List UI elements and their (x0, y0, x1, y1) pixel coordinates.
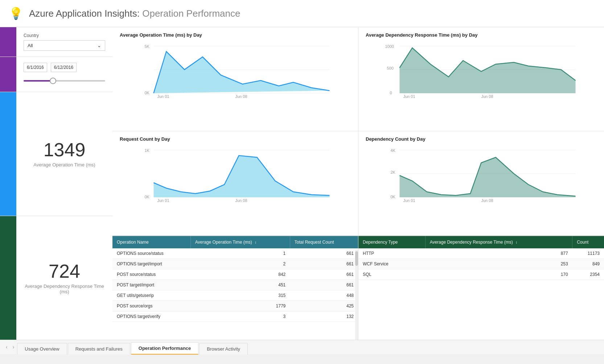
op-count-cell: 425 (290, 301, 358, 311)
svg-text:Jun 08: Jun 08 (235, 94, 247, 99)
chart-request-count: Request Count by Day 1K 0K Jun 01 Jun 08 (112, 131, 358, 235)
svg-text:500: 500 (387, 66, 394, 70)
chart1-title: Average Operation Time (ms) by Day (120, 32, 351, 38)
dep-table-row: SQL 170 2354 (358, 269, 604, 280)
op-name-cell: GET utils/getuserip (112, 290, 190, 301)
main-content: Country All ⌄ 6/1/2016 6/12/2016 (0, 27, 604, 340)
table-row: OPTIONS target/verify 3 132 (112, 311, 358, 322)
date-section: 6/1/2016 6/12/2016 (0, 57, 112, 92)
svg-text:Jun 01: Jun 01 (157, 94, 169, 99)
op-avg-cell: 315 (190, 290, 290, 301)
purple-sidebar-bar-2 (0, 57, 16, 92)
scrollbar-thumb[interactable] (355, 251, 358, 266)
op-count-cell: 448 (290, 290, 358, 301)
chart4-svg: 4K 2K 0K Jun 01 Jun 08 (366, 145, 597, 203)
op-name-cell: POST source/status (112, 269, 190, 280)
svg-text:0K: 0K (145, 91, 150, 95)
table-row: OPTIONS target/import 2 661 (112, 258, 358, 269)
operations-table: Operation Name Average Operation Time (m… (112, 236, 358, 322)
sort-arrow-icon-2: ↕ (515, 240, 517, 244)
date-content: 6/1/2016 6/12/2016 (16, 57, 112, 92)
table-row: OPTIONS source/status 1 661 (112, 248, 358, 259)
svg-text:Jun 08: Jun 08 (481, 94, 493, 99)
kpi2-label: Average Dependency Response Time (ms) (24, 284, 105, 294)
svg-text:5K: 5K (145, 44, 150, 49)
svg-marker-5 (154, 51, 330, 93)
app-icon: 💡 (9, 7, 23, 20)
op-count-header: Total Request Count (290, 236, 358, 248)
op-count-cell: 661 (290, 280, 358, 290)
op-name-cell: POST target/import (112, 280, 190, 290)
svg-text:Jun 01: Jun 01 (403, 94, 415, 99)
kpi2-section: 724 Average Dependency Response Time (ms… (0, 216, 112, 340)
country-select[interactable]: All ⌄ (24, 40, 105, 51)
table-row: POST target/import 451 661 (112, 280, 358, 290)
kpi1-section: 1349 Average Operation Time (ms) (0, 92, 112, 216)
dep-type-header: Dependency Type (358, 236, 425, 248)
tab-bar: ‹ › Usage Overview Requests and Failures… (0, 340, 604, 354)
chart3-svg: 1K 0K Jun 01 Jun 08 (120, 145, 351, 203)
tables-row: Operation Name Average Operation Time (m… (112, 236, 604, 340)
tab-nav-prev[interactable]: ‹ (4, 340, 10, 354)
right-content: Average Operation Time (ms) by Day 5K 0K (112, 27, 604, 340)
dep-avg-cell: 877 (425, 248, 572, 259)
dep-count-cell: 11173 (572, 248, 604, 259)
op-name-header: Operation Name (112, 236, 190, 248)
filter-section: Country All ⌄ (0, 27, 112, 57)
tab-operation-performance[interactable]: Operation Performance (131, 342, 199, 355)
blue-sidebar-bar (0, 92, 16, 216)
op-name-cell: POST source/orgs (112, 301, 190, 311)
tab-usage-overview[interactable]: Usage Overview (17, 343, 67, 355)
svg-text:1000: 1000 (385, 44, 394, 49)
svg-text:0: 0 (390, 91, 392, 95)
op-avg-cell: 1779 (190, 301, 290, 311)
charts-row-1: Average Operation Time (ms) by Day 5K 0K (112, 27, 604, 131)
chart4-title: Dependency Count by Day (366, 136, 597, 142)
tab-nav-next[interactable]: › (11, 340, 17, 354)
op-avg-cell: 2 (190, 258, 290, 269)
tab-requests-failures[interactable]: Requests and Failures (68, 343, 130, 355)
dep-count-header: Count (572, 236, 604, 248)
chart2-svg: 1000 500 0 Jun 01 Jun 08 (366, 41, 597, 99)
date-start[interactable]: 6/1/2016 (24, 63, 47, 72)
op-count-cell: 132 (290, 311, 358, 322)
op-count-cell: 661 (290, 248, 358, 259)
chart-dependency-count: Dependency Count by Day 4K 2K 0K Jun 01 … (358, 131, 604, 235)
svg-marker-21 (154, 156, 330, 197)
left-panel: Country All ⌄ 6/1/2016 6/12/2016 (0, 27, 112, 340)
dependency-table-panel: Dependency Type Average Dependency Respo… (358, 236, 604, 340)
svg-text:0K: 0K (145, 195, 150, 199)
dep-count-cell: 2354 (572, 269, 604, 280)
chart2-title: Average Dependency Response Time (ms) by… (366, 32, 597, 38)
table-row: POST source/orgs 1779 425 (112, 301, 358, 311)
country-label: Country (24, 33, 105, 38)
chart-avg-dependency-time: Average Dependency Response Time (ms) by… (358, 27, 604, 131)
chart1-svg: 5K 0K Jun 01 Jun 08 (120, 41, 351, 99)
dep-table-row: WCF Service 253 849 (358, 258, 604, 269)
dependency-table: Dependency Type Average Dependency Respo… (358, 236, 604, 280)
dark-green-sidebar-bar (0, 216, 16, 340)
svg-text:Jun 08: Jun 08 (235, 198, 247, 203)
table-row: GET utils/getuserip 315 448 (112, 290, 358, 301)
dep-avg-cell: 170 (425, 269, 572, 280)
tab-browser-activity[interactable]: Browser Activity (199, 343, 248, 355)
filter-content: Country All ⌄ (16, 27, 112, 57)
scrollbar-track[interactable] (355, 250, 358, 340)
chevron-down-icon: ⌄ (97, 43, 101, 48)
op-avg-cell: 842 (190, 269, 290, 280)
svg-text:1K: 1K (145, 148, 150, 153)
dep-count-cell: 849 (572, 258, 604, 269)
op-name-cell: OPTIONS source/status (112, 248, 190, 259)
sort-arrow-icon: ↕ (255, 240, 256, 244)
svg-text:Jun 01: Jun 01 (403, 198, 415, 203)
date-end[interactable]: 6/12/2016 (51, 63, 77, 72)
kpi2-content: 724 Average Dependency Response Time (ms… (16, 216, 112, 340)
svg-text:4K: 4K (391, 148, 396, 153)
date-slider[interactable] (24, 76, 105, 86)
table-row: POST source/status 842 661 (112, 269, 358, 280)
svg-text:2K: 2K (391, 170, 396, 174)
charts-row-2: Request Count by Day 1K 0K Jun 01 Jun 08 (112, 131, 604, 235)
date-range: 6/1/2016 6/12/2016 (24, 63, 105, 72)
page-title: Azure Application Insights: Operation Pe… (29, 8, 240, 19)
op-count-cell: 661 (290, 258, 358, 269)
